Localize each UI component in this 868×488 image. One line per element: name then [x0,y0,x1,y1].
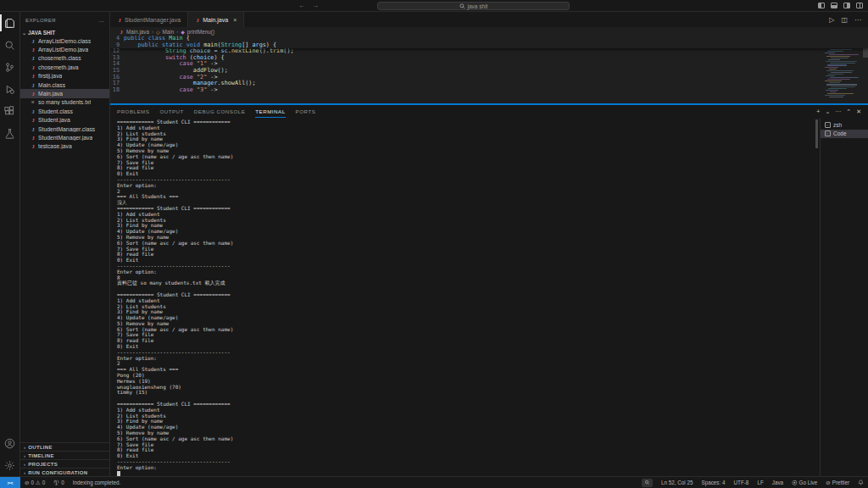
minimap-line [826,61,857,62]
terminal-dropdown-icon[interactable]: ⌄ [825,108,830,115]
terminal-line [117,471,820,476]
bell-icon [858,480,864,485]
file-item[interactable]: JMain.class [20,80,109,89]
maximize-panel-icon[interactable]: ⌃ [846,108,851,115]
tab-studentmanager.java[interactable]: JStudentManager.java [110,12,188,27]
file-item[interactable]: JStudentManager.java [20,133,109,141]
code-editor[interactable]: 4public class Main {9 public static void… [110,36,868,103]
java-file-icon: J [31,82,36,88]
file-name: StudentManager.java [38,135,92,141]
panel-tab-debug-console[interactable]: DEBUG CONSOLE [194,105,245,118]
status-prettier[interactable]: ⊘Prettier [821,477,854,488]
sidebar-section-timeline[interactable]: ›TIMELINE [20,451,109,459]
chevron-right-icon: › [24,445,25,450]
indexing-status: Indexing completed. [69,477,125,488]
status-eol[interactable]: LF [753,477,767,488]
zoom-indicator[interactable] [637,477,657,488]
account-icon[interactable] [0,432,20,454]
panel-tab-ports[interactable]: PORTS [296,105,316,118]
breadcrumb-file[interactable]: Main.java [126,29,149,35]
magnifier-icon [644,480,650,485]
file-item[interactable]: JStudent.java [20,116,109,125]
code-line: 17 manager.showAll(); [110,80,868,87]
nav-back-icon[interactable]: ← [298,2,305,9]
terminal-line: 6) Sort (name asc / age asc then name) [117,241,820,247]
file-item[interactable]: JStudentManager.class [20,125,109,133]
nav-forward-icon[interactable]: → [312,2,319,9]
tab-main.java[interactable]: JMain.java× [188,12,244,27]
sidebar-section-projects[interactable]: ›PROJECTS [20,459,109,468]
java-file-icon: J [31,126,36,132]
terminal-line: ------------------------------------- [117,263,820,269]
extensions-icon[interactable] [0,100,20,122]
status-language-mode[interactable]: Java [768,477,787,488]
sidebar-section-outline[interactable]: ›OUTLINE [20,442,109,451]
status-label: UTF-8 [734,480,749,485]
terminal-scrollbar[interactable] [815,119,818,148]
new-terminal-icon[interactable]: + [816,108,820,115]
minimap-line [825,67,838,68]
file-item[interactable]: Jfirstjj.java [20,72,109,80]
file-name: Main.class [38,82,65,88]
workspace-folder[interactable]: ⌄ JAVA SHIT [20,29,109,36]
status-indentation[interactable]: Spaces: 4 [698,477,730,488]
split-editor-icon[interactable]: ◫ [841,16,848,24]
customize-layout-icon[interactable] [856,3,863,8]
java-file-icon: J [31,108,36,114]
minimap-line [827,51,843,52]
source-control-icon[interactable] [0,56,20,78]
file-item[interactable]: JStudent.class [20,107,109,115]
remote-indicator[interactable]: >< [0,477,20,488]
panel-tab-problems[interactable]: PROBLEMS [117,105,149,118]
testing-icon[interactable] [0,122,20,144]
terminal-output[interactable]: ============ Student CLI ============1) … [110,118,820,476]
toggle-sidebar-icon[interactable] [818,3,825,8]
minimap-line [826,56,850,57]
run-file-icon[interactable]: ▷ [829,16,834,24]
more-actions-icon[interactable]: ⋯ [854,16,861,24]
file-item[interactable]: Jchosemeth.java [20,63,109,71]
breadcrumb-class[interactable]: Main [163,29,175,35]
panel-tab-terminal[interactable]: TERMINAL [255,105,285,118]
file-item[interactable]: JMain.java [20,89,109,97]
terminal-line: ------------------------------------- [117,350,820,356]
notifications-bell[interactable] [854,477,868,488]
terminal-instance-code[interactable]: ›Code [821,130,868,139]
file-name: ArrayListDemo.java [38,47,88,53]
workspace-name: JAVA SHIT [28,30,55,36]
toggle-panel-icon[interactable] [831,3,837,8]
tab-label: StudentManager.java [125,17,181,23]
file-item[interactable]: Jtestcase.java [20,142,109,151]
close-panel-icon[interactable]: ✕ [856,108,861,115]
panel-tab-output[interactable]: OUTPUT [159,105,183,118]
breadcrumb-method[interactable]: printMenu() [187,29,214,35]
file-item[interactable]: ≡so many students.txt [20,98,109,107]
status-go-live[interactable]: ⦿Go Live [787,477,821,488]
explorer-actions-icon[interactable]: ⋯ [99,18,104,24]
explorer-icon[interactable] [0,12,20,34]
sidebar-section-run-configuration[interactable]: ›RUN CONFIGURATION [20,468,109,476]
chevron-down-icon: ⌄ [22,30,26,36]
status-label: Go Live [799,480,818,485]
close-tab-icon[interactable]: × [233,17,236,23]
status-encoding[interactable]: UTF-8 [730,477,754,488]
settings-gear-icon[interactable] [0,454,20,476]
ports-indicator[interactable]: 0 [49,477,69,488]
file-item[interactable]: Jchosemeth.class [20,54,109,63]
terminal-line: 4) Update (name/age) [117,229,820,235]
problems-indicator[interactable]: ⊘ 0 ⚠ 0 [20,477,49,488]
file-item[interactable]: JArrayListDemo.java [20,45,109,53]
file-item[interactable]: JArrayListDemo.class [20,36,109,45]
run-debug-icon[interactable] [0,78,20,100]
terminal-line: 2 [117,189,820,195]
terminal-line: 7) Save file [117,442,820,448]
status-cursor-position[interactable]: Ln 52, Col 25 [657,477,697,488]
toggle-secondary-sidebar-icon[interactable] [843,3,850,8]
command-center-search[interactable]: java shit [377,2,570,10]
more-actions-icon[interactable]: ⋯ [835,108,841,115]
terminal-instance-zsh[interactable]: ›zsh [821,120,868,130]
search-view-icon[interactable] [0,34,20,56]
terminal-line: === All Students === [117,367,820,373]
panel-tab-bar: PROBLEMSOUTPUTDEBUG CONSOLETERMINALPORTS… [110,105,868,118]
terminal-line: 8) read file [117,447,820,453]
